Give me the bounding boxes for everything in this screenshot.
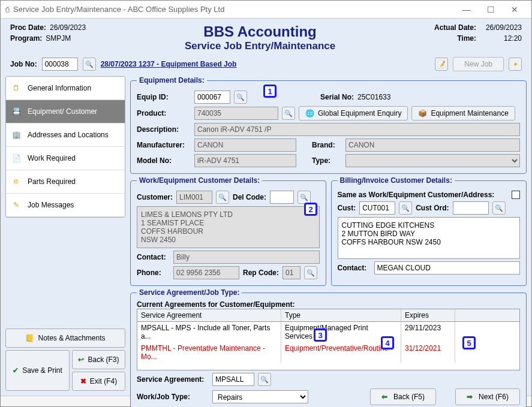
- customer-field: [176, 191, 212, 204]
- save-print-button[interactable]: ✔Save & Print: [5, 350, 70, 391]
- app-title: BBS Accounting: [86, 23, 434, 40]
- note-icon[interactable]: 📝: [435, 58, 448, 71]
- sidebar-item-equipment[interactable]: 📇Equipment/ Customer: [6, 100, 125, 123]
- th-blank: [455, 309, 519, 321]
- exit-icon: ✖: [80, 377, 86, 385]
- delcode-field[interactable]: [270, 191, 294, 204]
- custord-search-icon[interactable]: 🔍: [492, 201, 506, 215]
- back-button[interactable]: ↩Back (F3): [72, 350, 125, 369]
- sidebar-item-parts[interactable]: ⛭Parts Required: [6, 170, 125, 194]
- work-address-box: LIMES & LEMONS PTY LTD 1 SEAMIST PLACE C…: [137, 206, 320, 248]
- messages-icon: ✎: [11, 200, 22, 210]
- notes-label: Notes & Attachments: [38, 334, 105, 342]
- world-icon: 🌐: [305, 109, 314, 117]
- sidebar-item-general[interactable]: 🗒General Information: [6, 77, 125, 100]
- callout-4: 4: [381, 336, 394, 349]
- exit-label: Exit (F4): [90, 377, 117, 385]
- sidebar-label-parts: Parts Required: [28, 177, 76, 186]
- equipid-field[interactable]: [194, 91, 230, 104]
- repcode-search-icon[interactable]: 🔍: [304, 266, 317, 279]
- new-job-button[interactable]: New Job: [453, 57, 504, 71]
- program-value: SMPJM: [46, 34, 71, 43]
- th-type[interactable]: Type: [281, 309, 401, 321]
- close-button[interactable]: ✕: [503, 5, 527, 14]
- sidebar-item-messages[interactable]: ✎Job Messages: [6, 194, 125, 217]
- serial-label: Serial No:: [320, 93, 354, 101]
- check-icon: ✔: [13, 366, 19, 375]
- sidebar-item-addresses[interactable]: 🏢Addresses and Locations: [6, 123, 125, 147]
- billing-customer-group: Billing/Invoice Customer Details: Same a…: [331, 176, 527, 286]
- proc-date-value: 26/09/2023: [50, 23, 86, 32]
- custord-field[interactable]: [453, 201, 489, 215]
- equipment-maintenance-button[interactable]: 📦Equipment Maintenance: [411, 106, 515, 120]
- notes-attachments-button[interactable]: 📒Notes & Attachments: [5, 328, 125, 348]
- equipment-legend: Equipment Details:: [137, 76, 207, 85]
- model-label: Model No:: [137, 156, 191, 165]
- work-customer-group: Work/Equipment Customer Details: Custome…: [130, 176, 326, 286]
- mfr-field: [194, 138, 296, 152]
- equipid-search-icon[interactable]: 🔍: [234, 91, 247, 104]
- product-search-icon[interactable]: 🔍: [282, 107, 295, 120]
- bcust-label: Cust:: [338, 204, 356, 212]
- app-icon: ⎙: [5, 5, 10, 14]
- proc-date-label: Proc Date:: [10, 23, 46, 32]
- global-enquiry-button[interactable]: 🌐Global Equipment Enquiry: [299, 106, 408, 120]
- app-subtitle: Service Job Entry/Maintenance: [86, 40, 434, 52]
- bill-address-box: CUTTING EDGE KITCHENS 2 MUTTON BIRD WAY …: [338, 217, 521, 259]
- sidebar-item-work[interactable]: 📄Work Required: [6, 147, 125, 170]
- parts-icon: ⛭: [11, 176, 22, 187]
- addresses-icon: 🏢: [11, 129, 22, 140]
- repcode-label: Rep Code:: [243, 269, 279, 277]
- equipid-label: Equip ID:: [137, 93, 191, 101]
- jobno-field[interactable]: [42, 58, 78, 71]
- bcust-field[interactable]: [359, 201, 395, 215]
- next-f6-button[interactable]: ➡Next (F6): [455, 388, 520, 405]
- arrow-right-icon: ➡: [467, 393, 473, 401]
- sidebar-label-messages: Job Messages: [28, 201, 74, 209]
- back-f5-label: Back (F5): [393, 393, 425, 401]
- bcontact-field[interactable]: [374, 261, 521, 275]
- sameas-checkbox[interactable]: [512, 191, 520, 199]
- maximize-button[interactable]: ☐: [479, 5, 503, 14]
- sidebar-list: 🗒General Information 📇Equipment/ Custome…: [5, 76, 125, 218]
- bcust-search-icon[interactable]: 🔍: [399, 201, 412, 215]
- mfr-label: Manufacturer:: [137, 141, 191, 149]
- equipment-details-group: Equipment Details: Equip ID: 🔍 Serial No…: [130, 76, 527, 174]
- type-label: Type:: [312, 156, 342, 165]
- job-link[interactable]: 28/07/2023 1237 - Equipment Based Job: [101, 60, 237, 68]
- th-sa[interactable]: Service Agreement: [137, 309, 281, 321]
- add-job-icon[interactable]: ✦: [509, 58, 522, 71]
- type-select[interactable]: [345, 154, 520, 167]
- delcode-label: Del Code:: [233, 193, 266, 201]
- sa-search-icon[interactable]: 🔍: [258, 373, 271, 386]
- sidebar-label-general: General Information: [28, 84, 91, 92]
- product-label: Product:: [137, 109, 191, 117]
- th-expires[interactable]: Expires: [401, 309, 455, 321]
- callout-3: 3: [314, 328, 327, 342]
- global-enquiry-label: Global Equipment Enquiry: [318, 109, 401, 117]
- jobno-search-icon[interactable]: 🔍: [83, 58, 96, 71]
- bcontact-label: Contact:: [338, 264, 371, 272]
- customer-search-icon[interactable]: 🔍: [216, 191, 229, 204]
- customer-label: Customer:: [137, 193, 173, 201]
- next-f6-label: Next (F6): [479, 393, 509, 401]
- save-print-label: Save & Print: [22, 366, 62, 375]
- sa-field[interactable]: [212, 373, 254, 386]
- exit-button[interactable]: ✖Exit (F4): [72, 372, 125, 391]
- notes-icon: 📒: [25, 334, 34, 342]
- service-agreement-legend: Service Agreement/Job Type:: [137, 288, 242, 297]
- worktype-label: Work/Job Type:: [137, 393, 209, 401]
- phone-label: Phone:: [137, 269, 170, 277]
- wcontact-field: [173, 251, 320, 264]
- worktype-select[interactable]: Repairs: [212, 390, 308, 403]
- brand-field: [345, 138, 520, 152]
- actual-date-value: 26/09/2023: [480, 23, 522, 32]
- minimize-button[interactable]: —: [455, 5, 479, 14]
- program-label: Program:: [10, 34, 42, 43]
- time-value: 12:20: [480, 34, 522, 43]
- back-label: Back (F3): [88, 355, 119, 364]
- delcode-search-icon[interactable]: 🔍: [297, 191, 311, 204]
- callout-2: 2: [304, 203, 317, 216]
- back-f5-button[interactable]: ⬅Back (F5): [370, 388, 436, 405]
- custord-label: Cust Ord:: [416, 204, 449, 212]
